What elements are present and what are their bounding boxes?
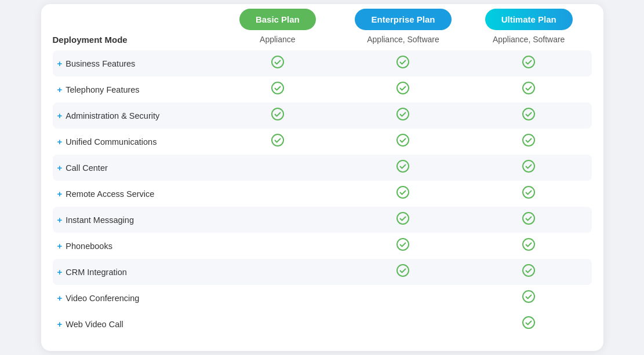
feature-label: Instant Messaging [66, 215, 134, 225]
svg-point-3 [272, 82, 283, 94]
check-enterprise [340, 55, 466, 72]
checkmark-icon [522, 211, 536, 225]
feature-cell[interactable]: +Web Video Call [53, 319, 215, 329]
checkmark-icon [522, 316, 536, 330]
checkmark-icon [271, 81, 285, 95]
feature-cell[interactable]: +Telephony Features [53, 85, 215, 94]
checkmark-icon [396, 185, 410, 199]
feature-label: Phonebooks [66, 241, 112, 251]
feature-cell[interactable]: +Phonebooks [53, 241, 215, 251]
svg-point-19 [523, 239, 534, 250]
feature-cell[interactable]: +Business Features [53, 58, 215, 68]
checkmark-icon [522, 159, 536, 173]
plus-icon: + [57, 85, 63, 94]
check-ultimate [466, 107, 592, 124]
check-enterprise [340, 237, 466, 254]
feature-label: Business Features [66, 59, 135, 68]
feature-label: Video Conferencing [66, 294, 139, 303]
check-ultimate [466, 316, 592, 332]
plus-icon: + [57, 241, 63, 251]
svg-point-2 [523, 56, 534, 68]
plus-icon: + [57, 111, 63, 120]
table-row: +CRM Integration [53, 259, 592, 285]
table-row: +Phonebooks [53, 233, 592, 259]
checkmark-icon [271, 107, 285, 121]
checkmark-icon [522, 290, 536, 303]
deployment-enterprise: Appliance, Software [340, 35, 466, 45]
svg-point-7 [397, 108, 409, 120]
feature-cell[interactable]: +Administration & Security [53, 111, 215, 120]
check-enterprise [340, 159, 466, 176]
basic-plan-button[interactable]: Basic Plan [239, 9, 316, 30]
table-row: +Video Conferencing [53, 285, 592, 311]
feature-table: +Business Features +Telephony [41, 50, 603, 337]
table-row: +Web Video Call [53, 311, 592, 337]
svg-point-0 [272, 56, 283, 68]
svg-point-13 [523, 160, 534, 172]
ultimate-plan-header: Ultimate Plan [466, 9, 592, 30]
plus-icon: + [57, 189, 63, 199]
feature-cell[interactable]: +Unified Communications [53, 137, 215, 147]
table-row: +Unified Communications [53, 129, 592, 155]
check-basic [215, 107, 341, 124]
check-enterprise [340, 211, 466, 228]
checkmark-icon [396, 263, 410, 277]
check-basic [215, 133, 341, 150]
feature-label: CRM Integration [66, 268, 127, 277]
check-enterprise [340, 81, 466, 98]
table-row: +Remote Access Service [53, 181, 592, 207]
svg-point-18 [397, 239, 409, 250]
svg-point-21 [523, 265, 534, 276]
deployment-basic: Appliance [215, 35, 341, 45]
check-ultimate [466, 237, 592, 254]
feature-cell[interactable]: +CRM Integration [53, 267, 215, 277]
basic-plan-header: Basic Plan [215, 9, 341, 30]
check-ultimate [466, 185, 592, 202]
feature-cell[interactable]: +Call Center [53, 163, 215, 173]
svg-point-6 [272, 108, 283, 120]
feature-cell[interactable]: +Instant Messaging [53, 215, 215, 225]
check-ultimate [466, 81, 592, 98]
feature-label: Call Center [66, 163, 108, 173]
svg-point-14 [397, 186, 409, 198]
check-ultimate [466, 55, 592, 72]
checkmark-icon [396, 237, 410, 251]
svg-point-23 [523, 317, 534, 328]
check-enterprise [340, 185, 466, 202]
svg-point-1 [397, 56, 409, 68]
enterprise-plan-button[interactable]: Enterprise Plan [355, 9, 451, 30]
plus-icon: + [57, 319, 63, 329]
checkmark-icon [522, 237, 536, 251]
checkmark-icon [396, 55, 410, 69]
table-row: +Instant Messaging [53, 207, 592, 233]
check-basic [215, 55, 341, 72]
check-ultimate [466, 133, 592, 150]
table-row: +Call Center [53, 155, 592, 181]
ultimate-plan-button[interactable]: Ultimate Plan [485, 9, 573, 30]
check-enterprise [340, 107, 466, 124]
feature-cell[interactable]: +Remote Access Service [53, 189, 215, 199]
checkmark-icon [396, 107, 410, 121]
feature-label: Telephony Features [66, 85, 139, 94]
plus-icon: + [57, 215, 63, 225]
enterprise-plan-header: Enterprise Plan [340, 9, 466, 30]
plus-icon: + [57, 293, 63, 303]
checkmark-icon [522, 107, 536, 121]
svg-point-11 [523, 134, 534, 146]
feature-label: Web Video Call [66, 320, 123, 329]
checkmark-icon [522, 263, 536, 277]
check-ultimate [466, 159, 592, 176]
checkmark-icon [522, 81, 536, 95]
svg-point-10 [397, 134, 409, 146]
pricing-card: Basic Plan Enterprise Plan Ultimate Plan… [41, 4, 603, 351]
checkmark-icon [271, 133, 285, 147]
check-enterprise [340, 263, 466, 280]
plus-icon: + [57, 58, 63, 68]
svg-point-12 [397, 160, 409, 172]
check-enterprise [340, 133, 466, 150]
checkmark-icon [522, 185, 536, 199]
checkmark-icon [396, 81, 410, 95]
feature-cell[interactable]: +Video Conferencing [53, 293, 215, 303]
feature-label: Administration & Security [66, 111, 159, 120]
feature-label: Unified Communications [66, 137, 157, 147]
